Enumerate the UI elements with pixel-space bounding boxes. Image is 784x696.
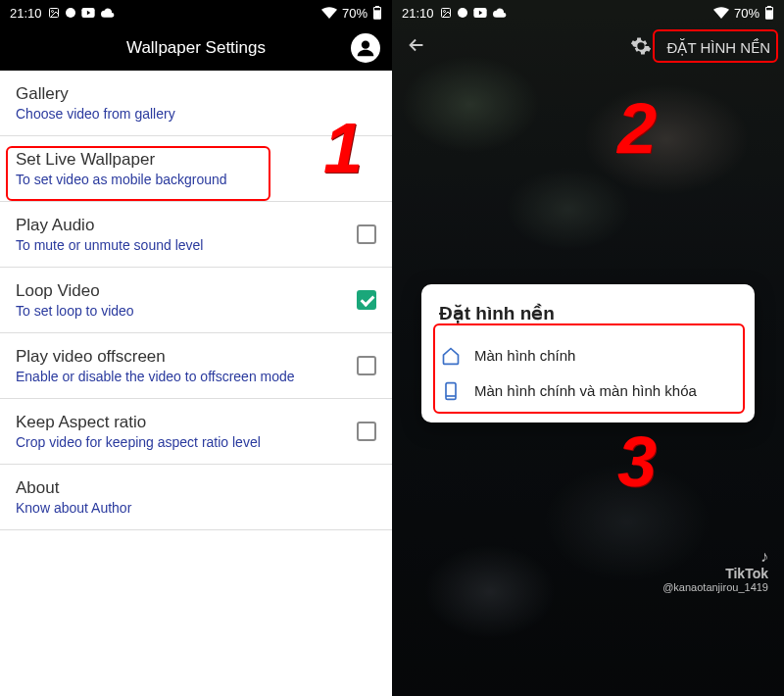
page-title: Wallpaper Settings [41,38,351,58]
setting-subtitle: To mute or unmute sound level [16,237,357,253]
setting-subtitle: Know about Author [16,500,376,516]
setting-title: Keep Aspect ratio [16,413,357,432]
phone-icon [441,381,461,401]
tiktok-watermark: ♪ TikTok @kanaotanjirou_1419 [662,548,768,593]
tiktok-icon: ♪ [662,548,768,566]
setting-title: About [16,478,376,498]
tiktok-brand: TikTok [662,566,768,581]
setting-subtitle: Enable or disable the video to offscreen… [16,369,357,384]
svg-rect-13 [446,383,456,400]
status-time: 21:10 [10,6,42,21]
setting-gallery[interactable]: Gallery Choose video from gallery [0,71,392,136]
status-time: 21:10 [402,6,434,21]
appbar-left: Wallpaper Settings [0,25,392,71]
image-icon [48,7,60,19]
status-battery: 70% [342,6,368,21]
statusbar-right: 21:10 70% [392,0,784,25]
avatar-button[interactable] [351,33,380,63]
dialog-option-label: Màn hình chính và màn hình khóa [474,381,697,401]
svg-point-6 [362,41,369,49]
setting-play-audio[interactable]: Play Audio To mute or unmute sound level [0,202,392,268]
settings-button[interactable] [630,35,652,61]
svg-rect-11 [768,6,771,7]
setting-subtitle: Crop video for keeping aspect ratio leve… [16,434,357,450]
setting-set-live-wallpaper[interactable]: Set Live Wallpaper To set video as mobil… [0,136,392,202]
setting-title: Gallery [16,84,376,104]
statusbar-left: 21:10 70% [0,0,392,25]
image-icon [440,7,452,19]
dialog-title: Đặt hình nền [439,302,737,324]
setting-about[interactable]: About Know about Author [0,465,392,530]
svg-rect-5 [374,11,380,19]
svg-point-1 [51,11,53,13]
cloud-icon [493,8,507,18]
setting-title: Set Live Wallpaper [16,150,376,170]
appbar-right: ĐẶT HÌNH NỀN [392,25,784,71]
setting-title: Loop Video [16,281,357,301]
checkbox-play-audio[interactable] [357,224,376,244]
checkbox-offscreen[interactable] [357,356,376,375]
dialog-option-label: Màn hình chính [474,346,575,366]
checkbox-loop-video[interactable] [357,290,376,310]
setting-keep-aspect[interactable]: Keep Aspect ratio Crop video for keeping… [0,399,392,465]
status-battery: 70% [734,6,760,21]
settings-list: Gallery Choose video from gallery Set Li… [0,71,392,530]
setting-subtitle: Choose video from gallery [16,106,376,122]
svg-point-8 [443,11,445,13]
arrow-left-icon [406,34,427,56]
set-wallpaper-dialog: Đặt hình nền Màn hình chính Màn hình chí… [421,284,755,423]
dialog-option-home-lock[interactable]: Màn hình chính và màn hình khóa [439,373,737,409]
wifi-icon [713,7,729,19]
person-icon [356,38,375,58]
svg-rect-4 [376,6,379,7]
cloud-icon [101,8,115,18]
battery-icon [372,6,382,20]
setting-title: Play Audio [16,216,357,235]
setting-subtitle: To set loop to video [16,303,357,319]
battery-icon [764,6,774,20]
set-wallpaper-button[interactable]: ĐẶT HÌNH NỀN [667,39,770,57]
youtube-icon [81,8,95,18]
status-dot-icon [66,8,75,18]
status-dot-icon [458,8,467,18]
checkbox-aspect[interactable] [357,422,376,441]
wifi-icon [321,7,337,19]
tiktok-username: @kanaotanjirou_1419 [662,581,768,593]
setting-title: Play video offscreen [16,347,357,367]
home-icon [441,346,461,366]
dialog-option-home[interactable]: Màn hình chính [439,338,737,373]
gear-icon [630,35,652,57]
youtube-icon [473,8,487,18]
setting-play-offscreen[interactable]: Play video offscreen Enable or disable t… [0,333,392,399]
setting-loop-video[interactable]: Loop Video To set loop to video [0,268,392,333]
svg-rect-12 [766,11,772,19]
setting-subtitle: To set video as mobile background [16,172,376,187]
back-button[interactable] [406,34,427,62]
